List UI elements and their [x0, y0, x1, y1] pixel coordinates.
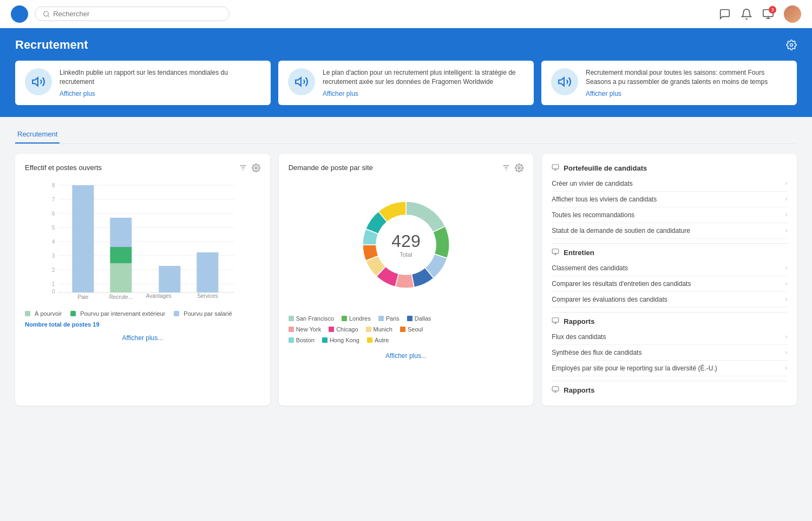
svg-marker-4	[296, 77, 301, 86]
banner-card-icon-2	[551, 68, 578, 95]
topnav: W 3	[0, 0, 812, 28]
svg-text:Paie: Paie	[77, 294, 88, 299]
panel-item-2-1[interactable]: Synthèse des flux de candidats›	[552, 345, 787, 361]
svg-rect-40	[552, 317, 559, 322]
bar-recrute-c	[110, 218, 132, 247]
svg-text:4: 4	[52, 239, 55, 245]
svg-text:Recrute...: Recrute...	[109, 294, 133, 299]
donut-legend-item: New York	[289, 326, 321, 333]
donut-legend-item: Chicago	[329, 326, 358, 333]
donut-chart-link[interactable]: Afficher plus...	[289, 352, 524, 360]
search-bar[interactable]	[35, 6, 230, 21]
donut-chart-title: Demande de poste par site	[289, 164, 373, 172]
banner-card-2: Recrutement mondial pour toutes les sais…	[541, 61, 797, 105]
panel-section-1: EntretienClassement des candidats›Compar…	[552, 248, 787, 312]
right-panel-card: Portefeuille de candidatsCréer un vivier…	[542, 154, 797, 406]
panel-section-icon	[552, 317, 559, 326]
banner-card-text-0: LinkedIn publie un rapport sur les tenda…	[60, 68, 261, 87]
main-content: Recrutement Effectif et postes ouverts 8…	[0, 117, 812, 419]
chevron-right-icon: ›	[785, 212, 787, 218]
panel-item-0-2[interactable]: Toutes les recommandations›	[552, 207, 787, 223]
filter-icon[interactable]	[239, 164, 247, 172]
panel-item-0-1[interactable]: Afficher tous les viviers de candidats›	[552, 192, 787, 207]
banner-cards: LinkedIn publie un rapport sur les tenda…	[15, 61, 797, 105]
tab-bar: Recrutement	[15, 126, 797, 144]
settings2-icon[interactable]	[252, 164, 260, 172]
chevron-right-icon: ›	[785, 265, 787, 271]
svg-text:0: 0	[52, 289, 55, 295]
svg-text:6: 6	[52, 211, 55, 217]
chevron-right-icon: ›	[785, 349, 787, 355]
svg-text:8: 8	[52, 183, 55, 188]
total-postes: Nombre total de postes 19	[25, 321, 260, 328]
panel-item-1-0[interactable]: Classement des candidats›	[552, 260, 787, 276]
inbox-icon[interactable]: 3	[762, 8, 774, 20]
svg-marker-3	[32, 77, 38, 86]
bell-icon[interactable]	[741, 8, 752, 20]
banner-card-link-2[interactable]: Afficher plus	[586, 90, 787, 97]
banner-card-icon-1	[288, 68, 315, 95]
bar-chart-icons	[239, 164, 260, 172]
chevron-right-icon: ›	[785, 196, 787, 202]
banner-card-link-0[interactable]: Afficher plus	[60, 90, 261, 97]
settings-icon[interactable]	[786, 40, 797, 50]
panel-item-1-1[interactable]: Comparer les résultats d'entretien des c…	[552, 276, 787, 292]
bar-chart-card: Effectif et postes ouverts 8 7 6 5 4 3 2	[15, 154, 270, 406]
svg-point-0	[44, 11, 49, 16]
donut-legend: San FranciscoLondresParisDallasNew YorkC…	[289, 315, 524, 346]
legend-dot-b	[70, 311, 76, 316]
chat-icon[interactable]	[719, 8, 731, 20]
svg-point-2	[790, 44, 793, 47]
bar-chart-title: Effectif et postes ouverts	[25, 164, 102, 172]
panel-section-title-1: Entretien	[552, 248, 787, 257]
panel-section-title-2: Rapports	[552, 317, 787, 326]
svg-text:2: 2	[52, 267, 55, 273]
donut-legend-item: Londres	[342, 315, 371, 322]
legend-label-a: À pourvoir	[35, 310, 62, 317]
chevron-right-icon: ›	[785, 296, 787, 302]
panel-item-2-0[interactable]: Flux des candidats›	[552, 329, 787, 345]
donut-legend-item: Boston	[289, 337, 315, 343]
svg-text:5: 5	[52, 225, 55, 231]
panel-section-icon	[552, 248, 559, 257]
filter2-icon[interactable]	[502, 164, 510, 172]
donut-legend-item: Seoul	[400, 326, 423, 333]
donut-legend-item: Paris	[378, 315, 400, 322]
bar-recrute-a	[110, 263, 132, 292]
donut-legend-item: Autre	[367, 337, 389, 343]
svg-point-37	[518, 167, 520, 169]
bar-recrute-b	[110, 247, 132, 263]
banner-card-link-1[interactable]: Afficher plus	[323, 90, 524, 97]
banner-card-text-2: Recrutement mondial pour toutes les sais…	[586, 68, 787, 87]
panel-section-title-0: Portefeuille de candidats	[552, 164, 787, 173]
svg-text:7: 7	[52, 197, 55, 203]
panel-section-icon	[552, 164, 559, 173]
legend-dot-c	[174, 311, 179, 316]
panel-item-0-3[interactable]: Statut de la demande de soutien de candi…	[552, 223, 787, 239]
panel-section-icon	[552, 386, 559, 395]
bar-chart-svg: 8 7 6 5 4 3 2 1 0	[25, 180, 260, 299]
user-avatar[interactable]	[784, 5, 801, 23]
donut-legend-item: Hong Kong	[322, 337, 359, 343]
svg-rect-38	[552, 164, 559, 168]
panel-item-1-2[interactable]: Comparer les évaluations des candidats›	[552, 292, 787, 308]
banner-title: Recrutement	[15, 38, 797, 52]
chevron-right-icon: ›	[785, 180, 787, 186]
notification-badge: 3	[769, 6, 776, 14]
search-input[interactable]	[53, 10, 221, 18]
workday-logo[interactable]: W	[11, 5, 28, 23]
bar-avantages	[159, 266, 180, 292]
panel-item-2-2[interactable]: Employés par site pour le reporting sur …	[552, 361, 787, 376]
legend-label-b: Pourvu par intervenant extérieur	[80, 310, 165, 317]
banner: Recrutement LinkedIn publie un rapport s…	[0, 28, 812, 117]
svg-text:3: 3	[52, 253, 55, 259]
svg-rect-41	[552, 386, 559, 390]
settings3-icon[interactable]	[515, 164, 523, 172]
banner-card-icon-0	[25, 68, 52, 95]
bar-chart-link[interactable]: Afficher plus...	[25, 334, 260, 342]
panel-item-0-0[interactable]: Créer un vivier de candidats›	[552, 176, 787, 192]
chevron-right-icon: ›	[785, 365, 787, 371]
chevron-right-icon: ›	[785, 334, 787, 340]
legend-dot-a	[25, 311, 30, 316]
tab-recrutement[interactable]: Recrutement	[15, 126, 60, 144]
